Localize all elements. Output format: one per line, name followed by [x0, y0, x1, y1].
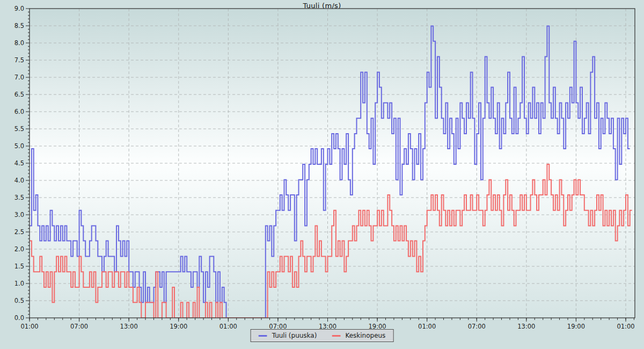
svg-text:3.5: 3.5: [14, 194, 24, 201]
svg-text:6.0: 6.0: [14, 108, 24, 115]
svg-text:07:00: 07:00: [70, 323, 88, 330]
svg-text:2.5: 2.5: [14, 228, 24, 236]
svg-text:6.5: 6.5: [14, 91, 24, 98]
mean-line-swatch: [332, 335, 340, 337]
svg-text:4.0: 4.0: [14, 177, 24, 184]
svg-text:9.0: 9.0: [14, 5, 24, 12]
svg-text:07:00: 07:00: [468, 323, 486, 330]
svg-text:3.0: 3.0: [14, 211, 24, 219]
svg-text:01:00: 01:00: [20, 323, 38, 330]
svg-text:5.0: 5.0: [14, 142, 24, 150]
svg-text:01:00: 01:00: [617, 323, 634, 330]
legend-item-mean: Keskinopeus: [332, 332, 385, 339]
svg-text:13:00: 13:00: [120, 323, 138, 330]
svg-text:8.5: 8.5: [14, 22, 24, 30]
svg-text:0.5: 0.5: [14, 297, 24, 304]
svg-text:13:00: 13:00: [517, 323, 535, 330]
gust-line-swatch: [259, 335, 267, 337]
svg-text:0.0: 0.0: [14, 314, 24, 322]
svg-text:8.0: 8.0: [14, 39, 24, 47]
svg-text:19:00: 19:00: [567, 323, 585, 330]
chart-legend: Tuuli (puuska) Keskinopeus: [251, 329, 394, 342]
svg-text:01:00: 01:00: [219, 323, 237, 330]
svg-text:1.5: 1.5: [14, 263, 24, 270]
wind-chart-plot: 0.00.51.01.52.02.53.03.54.04.55.05.56.06…: [0, 0, 644, 349]
legend-label-mean: Keskinopeus: [345, 332, 385, 339]
svg-text:19:00: 19:00: [170, 323, 187, 330]
svg-text:4.5: 4.5: [14, 159, 24, 167]
svg-text:7.5: 7.5: [14, 56, 24, 64]
svg-text:01:00: 01:00: [418, 323, 436, 330]
svg-text:2.0: 2.0: [14, 245, 24, 253]
legend-label-gust: Tuuli (puuska): [272, 332, 317, 339]
svg-text:5.5: 5.5: [14, 125, 24, 133]
wind-chart-page: Tuuli (m/s) 0.00.51.01.52.02.53.03.54.04…: [0, 0, 644, 349]
svg-text:7.0: 7.0: [14, 74, 24, 81]
svg-text:1.0: 1.0: [14, 280, 24, 287]
legend-item-gust: Tuuli (puuska): [259, 332, 317, 339]
